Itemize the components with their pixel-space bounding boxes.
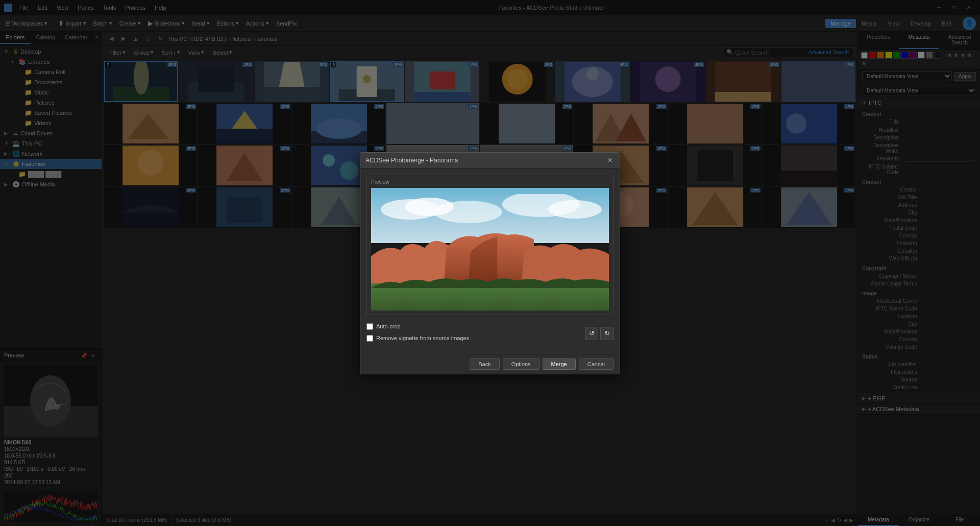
svg-point-80 — [434, 201, 502, 223]
preview-group: Preview — [366, 175, 614, 315]
trees-layer — [371, 276, 609, 288]
modal-titlebar: ACDSee Photomerge - Panorama ✕ — [360, 153, 620, 169]
panorama-preview-image — [371, 188, 609, 310]
auto-crop-label: Auto-crop — [376, 323, 401, 329]
panorama-modal: ACDSee Photomerge - Panorama ✕ Preview — [360, 152, 620, 374]
modal-title: ACDSee Photomerge - Panorama — [365, 157, 605, 164]
modal-body: Preview — [360, 169, 620, 354]
modal-overlay: ACDSee Photomerge - Panorama ✕ Preview — [0, 0, 980, 526]
auto-crop-checkbox[interactable] — [366, 323, 373, 330]
remove-vignette-row: Remove vignette from source images — [366, 335, 581, 342]
redo-button[interactable]: ↻ — [600, 327, 614, 340]
cancel-button[interactable]: Cancel — [579, 358, 614, 370]
options-button[interactable]: Options — [503, 358, 540, 370]
modal-close-button[interactable]: ✕ — [605, 156, 615, 165]
remove-vignette-checkbox[interactable] — [366, 335, 373, 342]
modal-footer: Back Options Merge Cancel — [360, 354, 620, 374]
auto-crop-row: Auto-crop — [366, 323, 581, 330]
merge-button[interactable]: Merge — [543, 358, 576, 370]
clouds-layer — [371, 194, 609, 225]
remove-vignette-label: Remove vignette from source images — [376, 335, 469, 341]
undo-button[interactable]: ↺ — [585, 327, 598, 340]
modal-controls: Auto-crop Remove vignette from source im… — [366, 321, 614, 348]
svg-point-82 — [548, 200, 602, 219]
back-button[interactable]: Back — [470, 358, 499, 370]
preview-group-label: Preview — [371, 179, 609, 185]
